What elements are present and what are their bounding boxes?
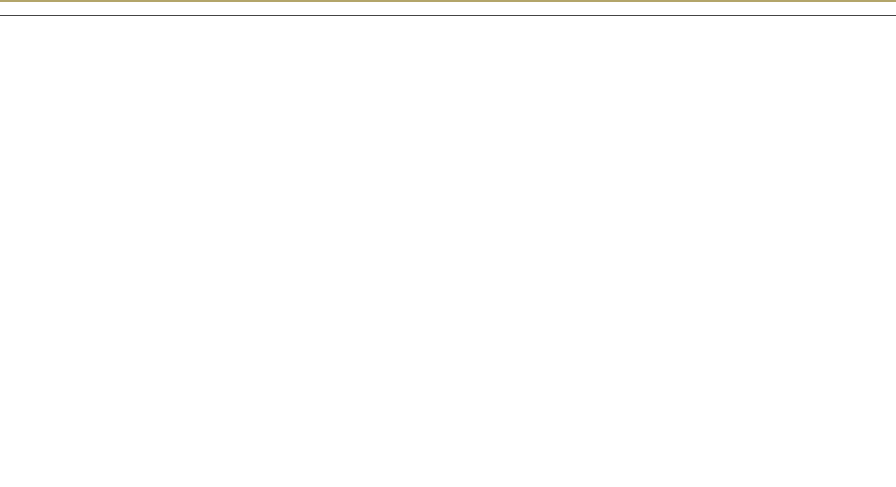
column-header-row [0, 2, 896, 15]
scrolled-pane-bottom [0, 15, 896, 16]
spreadsheet [0, 0, 896, 487]
